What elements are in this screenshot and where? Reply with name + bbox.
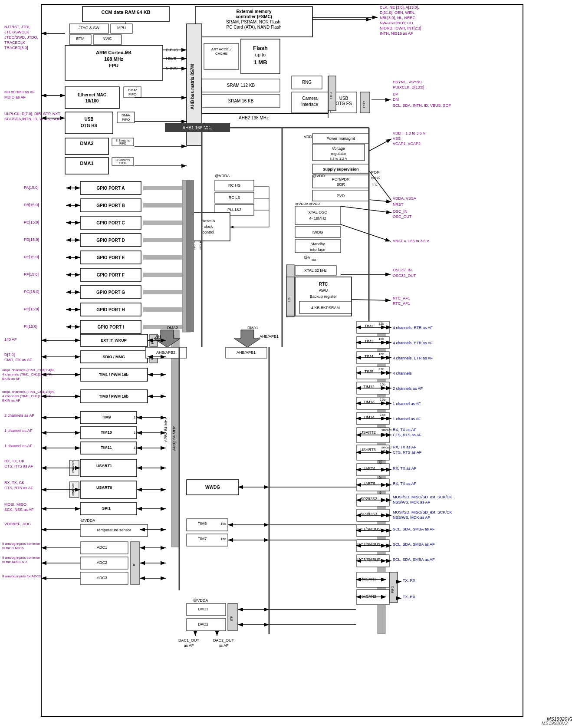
dma1-8streams: 8 Streams xyxy=(116,158,130,161)
xtal32k-label: XTAL 32 kHz xyxy=(304,268,327,273)
bor-label: BOR xyxy=(336,182,345,187)
xtal-osc-label: XTAL OSC xyxy=(308,210,327,214)
d7-label: D[7:0] xyxy=(4,352,15,357)
ahb-bus-label: AHB bus-matrix 8S7M xyxy=(190,64,195,109)
dma-fifo-usb1: DMA/ xyxy=(122,113,131,117)
scl-sda-label: SCL/SDA,INTN, ID, VBUS, SOF xyxy=(4,117,61,121)
adc8-2-label2: to the ADC1 & 2 xyxy=(2,560,27,564)
bxcan2-pins-label: TX, RX xyxy=(403,595,415,599)
gpio-d-label: GPIO PORT D xyxy=(96,238,125,243)
standby-label: Standby xyxy=(310,242,325,246)
tim10-label: TIM10 xyxy=(101,430,112,435)
svg-rect-102 xyxy=(80,459,137,477)
tim7-label: TIM7 xyxy=(198,537,207,541)
usart2-label: USART2 xyxy=(360,430,375,435)
vdd-label: VDD xyxy=(304,135,312,139)
cortex-label: ARM Cortex-M4 xyxy=(96,50,132,55)
gpio-h-label: GPIO PORT H xyxy=(96,307,125,312)
backup-reg-label: Backup register xyxy=(310,294,337,299)
tim1-bkin-label: BKIN as AF xyxy=(2,377,20,381)
bxcan1-pins-label: TX, RX xyxy=(403,578,415,583)
adc1-label: ADC1 xyxy=(97,545,107,550)
gpio-b-label: GPIO PORT B xyxy=(96,203,125,208)
osc-in-label: OSC_IN xyxy=(393,209,408,214)
mii-label: MII or RMII as AF xyxy=(4,90,35,94)
dac1-af-label: as AF xyxy=(184,643,194,648)
art-label2: CACHE xyxy=(215,52,227,56)
gpio-c-label: GPIO PORT C xyxy=(96,221,125,225)
intn-label: INTN, NIS16 as AF xyxy=(380,31,413,36)
tim4-16b: 16b xyxy=(378,352,385,356)
at-vdda-xtal: @VDDA @VDD xyxy=(295,202,320,206)
fsmc-label3: SRAM, PSRAM, NOR Flash, xyxy=(226,20,282,24)
vdd-range-label: VDD = 1.8 to 3.6 V xyxy=(393,131,425,135)
fsmc-label2: controller (FSMC) xyxy=(236,14,272,19)
sp3-pins-label: MOSI/SD, MISO/SD_ext, SCK/CK xyxy=(393,510,452,514)
bkpsram-label: 4 KB BKPSRAM xyxy=(311,306,340,310)
tim9-left-label: 2 channels as AF xyxy=(4,413,35,418)
rc-ls-label: RC LS xyxy=(229,195,240,200)
pg-label: PG[15:0] xyxy=(24,290,39,294)
gpio-i-label: GPIO PORT I xyxy=(97,325,124,329)
flash-upto-label: up to xyxy=(255,52,266,57)
sram16-label: SRAM 16 KB xyxy=(228,99,254,103)
ahb-apb2-box: AHB/APB2 xyxy=(156,350,175,355)
version-text: MS19920V2 xyxy=(541,721,568,726)
tim14-16b: 16b xyxy=(380,413,386,417)
svg-rect-45 xyxy=(295,206,341,224)
dma-fifo-eth: DMA/ xyxy=(128,88,137,92)
pf-label: PF[15:0] xyxy=(24,272,39,277)
jtag-label: JTAG & SW xyxy=(79,26,99,30)
adc8-1-label2: to the 3 ADCs xyxy=(2,546,23,550)
usart2-pins-label: RX, TX as AF xyxy=(393,428,417,432)
tim14-ch-label: 1 channel as AF xyxy=(393,417,421,421)
usart3-cts-label: CTS, RTS as AF xyxy=(393,450,422,455)
tim7-16b: 16b xyxy=(220,537,227,541)
tim11-left-label: 1 channel as AF xyxy=(4,444,33,448)
rng-label: RNG xyxy=(302,80,312,85)
fip-label: FIP xyxy=(151,339,154,344)
adc8-3-label: 8 analog inputs for ADC3 xyxy=(2,574,41,578)
njtrst-label: NJTRST, JTDI, xyxy=(4,25,30,29)
vddref-label: VDDREF_ADC xyxy=(4,522,31,526)
awu-label: AWU xyxy=(319,288,328,293)
dma1-label: DMA1 xyxy=(80,161,93,166)
voltreg-range: 3.3 to 1.2 V xyxy=(330,157,348,161)
tim4-ch-label: 4 channels, ETR as AF xyxy=(393,356,433,360)
gpio-a-label: GPIO PORT A xyxy=(96,186,125,191)
phy-label: PHY xyxy=(362,100,366,108)
bat-sub: BAT xyxy=(312,258,318,262)
iwdg-label: IWDG xyxy=(312,230,323,234)
bxcan1-label: bxCAN1 xyxy=(362,577,376,581)
tim12-ch-label: 2 channels as AF xyxy=(393,386,423,391)
mdio-label: MDIO as AF xyxy=(4,95,26,99)
adc2-label: ADC2 xyxy=(97,560,107,565)
hsync-label: HSYNC, VSYNC xyxy=(393,80,422,84)
usb-hs-label: USB xyxy=(84,117,93,122)
usart6-rx-label: RX, TX, CK, xyxy=(4,481,26,485)
at-vbat-label: @V xyxy=(304,255,310,260)
etm-label: ETM xyxy=(76,36,85,41)
rtc-label: RTC xyxy=(319,282,328,287)
usart1-label: USART1 xyxy=(96,464,112,468)
cortex-fpu-label: FPU xyxy=(109,63,118,68)
niord-label: NIORD, IOWR, INT[2:3] xyxy=(380,26,421,30)
usart3-pins-label: RX, TX as AF xyxy=(393,445,417,449)
dac1-label: DAC1 xyxy=(198,607,208,611)
tim8-pwm-label: TIM8 / PWM 16b xyxy=(99,394,129,399)
svg-line-212 xyxy=(369,200,391,202)
nvic-label: NVIC xyxy=(102,36,112,41)
cortex-freq-label: 168 MHz xyxy=(104,56,124,62)
tim1-compl-label: ompl. channels (TIM1_CH1[1:4]N, xyxy=(2,368,55,372)
dac2-af-label: as AF xyxy=(218,643,229,648)
svg-rect-104 xyxy=(80,481,137,498)
extit-label: EXT IT. WKUP xyxy=(101,338,127,343)
usart6-label: USART6 xyxy=(96,485,112,490)
apb2-84-label: APB2 84 MHz xyxy=(164,417,168,442)
camera-label2: interface xyxy=(302,102,319,107)
uart4-pins-label: RX, TX as AF xyxy=(393,466,417,471)
flash-label: Flash xyxy=(253,45,268,51)
jtdo-label: JTDO/SWD, JTDO, xyxy=(4,35,38,40)
puixclk-label: PUIXCLK, D[13:0] xyxy=(393,85,424,89)
dma2-8streams: 8 Streams xyxy=(116,139,130,142)
